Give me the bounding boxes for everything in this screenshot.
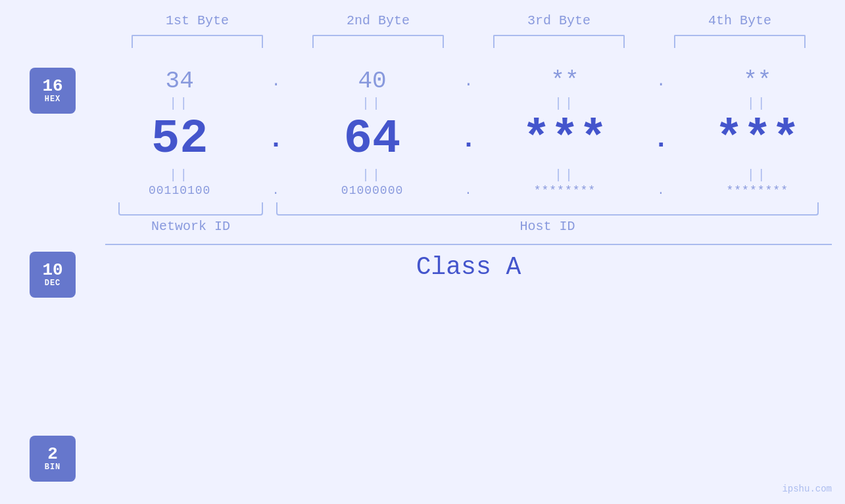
eq2-1: || xyxy=(114,168,245,183)
byte-label-3: 3rd Byte xyxy=(493,13,625,28)
eq-2: || xyxy=(306,96,438,111)
bin-badge-label: BIN xyxy=(45,463,61,472)
bin-dot-3: . xyxy=(648,184,674,197)
eq-4: || xyxy=(692,96,823,111)
dec-val-1: 52 xyxy=(114,112,245,166)
host-id-label: Host ID xyxy=(276,219,819,234)
badges-column: 16 HEX 10 DEC 2 BIN xyxy=(0,61,92,482)
rows-area: 34 . 40 . ** . ** || || || || 52 xyxy=(92,61,845,281)
hex-val-3: ** xyxy=(499,68,631,95)
dec-dot-1: . xyxy=(263,125,289,154)
bin-badge-number: 2 xyxy=(47,446,58,463)
eq-3: || xyxy=(499,96,631,111)
hex-dot-1: . xyxy=(263,72,289,90)
bin-val-3: ******** xyxy=(499,184,631,197)
hex-dot-3: . xyxy=(648,72,674,90)
byte-label-2: 2nd Byte xyxy=(312,13,444,28)
byte-label-4: 4th Byte xyxy=(674,13,806,28)
host-bracket xyxy=(276,202,819,216)
equals-row-2: || || || || xyxy=(92,166,845,184)
dec-val-4: *** xyxy=(692,112,823,166)
hex-badge-label: HEX xyxy=(45,95,61,104)
dec-badge-number: 10 xyxy=(42,262,62,279)
bin-dot-1: . xyxy=(263,184,289,197)
top-brackets xyxy=(107,35,831,48)
hex-val-2: 40 xyxy=(306,68,438,95)
hex-badge-number: 16 xyxy=(42,78,62,95)
class-label: Class A xyxy=(416,253,521,281)
bin-val-1: 00110100 xyxy=(114,184,245,197)
hex-badge: 16 HEX xyxy=(30,68,76,114)
hex-val-4: ** xyxy=(692,68,823,95)
eq-1: || xyxy=(114,96,245,111)
bracket-3 xyxy=(493,35,625,48)
bin-val-2: 01000000 xyxy=(306,184,438,197)
bin-dot-2: . xyxy=(455,184,481,197)
main-container: 1st Byte 2nd Byte 3rd Byte 4th Byte 16 H… xyxy=(0,0,845,504)
id-labels-row: Network ID Host ID xyxy=(92,219,845,234)
byte-labels-row: 1st Byte 2nd Byte 3rd Byte 4th Byte xyxy=(107,13,831,28)
eq2-3: || xyxy=(499,168,631,183)
bottom-brackets-container xyxy=(92,202,845,216)
bracket-4 xyxy=(674,35,806,48)
dec-dot-2: . xyxy=(455,125,481,154)
bracket-2 xyxy=(312,35,444,48)
dec-val-2: 64 xyxy=(306,112,438,166)
hex-dot-2: . xyxy=(455,72,481,90)
byte-label-1: 1st Byte xyxy=(132,13,263,28)
class-row: Class A xyxy=(105,244,832,281)
hex-val-1: 34 xyxy=(114,68,245,95)
network-bracket xyxy=(118,202,263,216)
dec-badge-label: DEC xyxy=(45,279,61,288)
equals-row-1: || || || || xyxy=(92,95,845,112)
bin-badge: 2 BIN xyxy=(30,436,76,482)
dec-row: 52 . 64 . *** . *** xyxy=(92,112,845,166)
eq2-4: || xyxy=(692,168,823,183)
network-id-label: Network ID xyxy=(118,219,263,234)
watermark: ipshu.com xyxy=(782,484,832,494)
bin-row: 00110100 . 01000000 . ******** . *******… xyxy=(92,184,845,197)
hex-row: 34 . 40 . ** . ** xyxy=(92,68,845,95)
dec-badge: 10 DEC xyxy=(30,252,76,298)
bracket-1 xyxy=(132,35,263,48)
dec-val-3: *** xyxy=(499,112,631,166)
bin-val-4: ******** xyxy=(692,184,823,197)
dec-dot-3: . xyxy=(648,125,674,154)
eq2-2: || xyxy=(306,168,438,183)
